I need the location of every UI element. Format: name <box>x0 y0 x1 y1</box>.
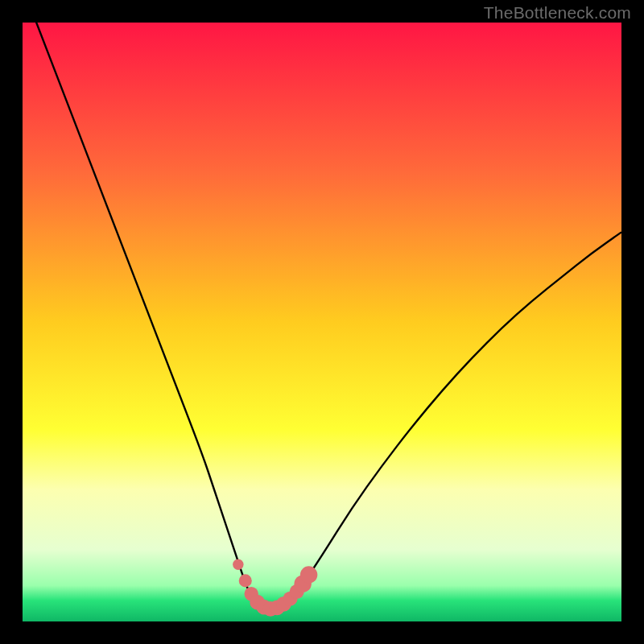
marker-dot <box>233 559 243 570</box>
outer-frame: TheBottleneck.com <box>0 0 644 644</box>
watermark-text: TheBottleneck.com <box>484 3 631 23</box>
gradient-background <box>23 23 621 621</box>
marker-dot <box>239 574 252 587</box>
bottleneck-chart <box>23 23 621 621</box>
marker-dot <box>300 566 317 583</box>
plot-area <box>23 23 621 621</box>
